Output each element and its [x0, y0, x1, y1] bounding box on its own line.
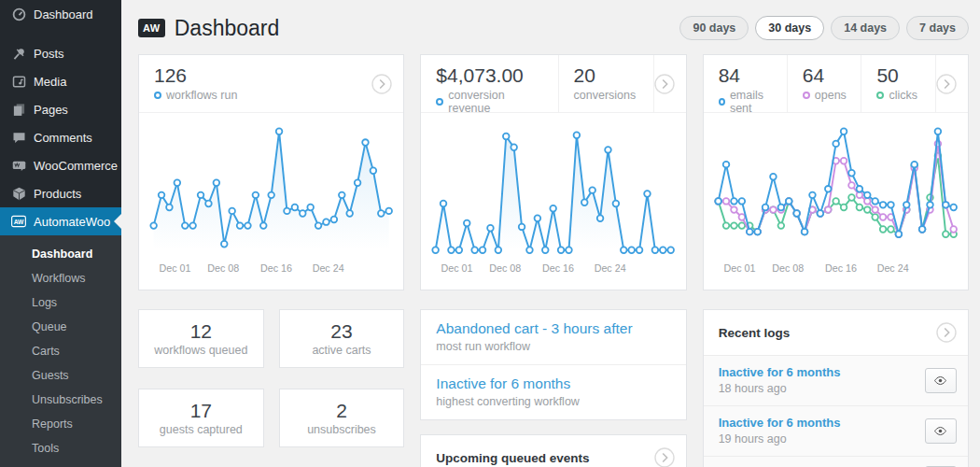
range-button-90-days[interactable]: 90 days [679, 16, 749, 40]
blue-dot-icon [436, 98, 443, 106]
stat-label-text: opens [815, 89, 847, 102]
submenu-item-tools[interactable]: Tools [0, 436, 121, 460]
workflow-highlights-column: Abandoned cart - 3 hours after most run … [420, 309, 686, 467]
stat-value: 64 [803, 64, 852, 87]
card-link[interactable] [371, 55, 403, 112]
products-icon [11, 186, 26, 201]
sidebar-item-label: Pages [34, 103, 68, 117]
submenu-item-logs[interactable]: Logs [0, 290, 121, 315]
sidebar-item-comments[interactable]: Comments [0, 123, 121, 151]
workflow-link[interactable]: Abandoned cart - 3 hours after [436, 320, 670, 337]
log-row: Inactive for 6 months [704, 456, 968, 467]
sidebar-item-woocommerce[interactable]: WooCommerce [0, 151, 121, 179]
svg-text:Dec 01: Dec 01 [441, 262, 473, 274]
page-title: Dashboard [175, 16, 280, 41]
sidebar-item-products[interactable]: Products [0, 179, 121, 207]
stat-label: emails sent [719, 89, 777, 115]
media-icon [11, 74, 26, 89]
card-link[interactable] [936, 55, 968, 112]
email-tracking-chart: Dec 01Dec 08Dec 16Dec 24 [704, 113, 968, 290]
sidebar-item-label: AutomateWoo [34, 215, 110, 229]
stat-label: workflows run [154, 89, 237, 102]
date-range-group: 90 days 30 days 14 days 7 days [679, 16, 969, 40]
log-rows: Inactive for 6 months 18 hours ago Inact… [704, 355, 968, 467]
eye-icon [933, 375, 947, 386]
aw-logo-badge: AW [138, 19, 165, 37]
stat-label: clicks [876, 89, 926, 102]
panel-link[interactable] [654, 447, 675, 467]
submenu-item-guests[interactable]: Guests [0, 363, 121, 388]
view-log-button[interactable] [925, 418, 957, 444]
submenu-item-reports[interactable]: Reports [0, 412, 121, 436]
range-button-7-days[interactable]: 7 days [906, 16, 969, 40]
stat-value: 17 [190, 400, 212, 422]
most-run-workflow-row[interactable]: Abandoned cart - 3 hours after most run … [421, 310, 685, 365]
dashboard-icon [11, 7, 26, 21]
workflow-highlights-panel: Abandoned cart - 3 hours after most run … [420, 309, 686, 420]
recent-logs-panel: Recent logs Inactive for 6 months 18 hou… [703, 309, 969, 467]
stat-box-workflows-queued: 12 workflows queued [138, 309, 264, 368]
card-stat-header: 84 emails sent 64 opens 50 [704, 55, 968, 113]
stat-conversion-revenue: $4,073.00 conversion revenue [421, 55, 558, 112]
panel-link[interactable] [936, 322, 957, 343]
conversions-card: $4,073.00 conversion revenue 20 conversi… [420, 54, 686, 290]
card-stat-header: 126 workflows run [139, 55, 403, 113]
chevron-circle-icon [371, 74, 392, 94]
range-button-14-days[interactable]: 14 days [831, 16, 900, 40]
stat-label: active carts [312, 344, 371, 357]
stat-label: workflows queued [154, 344, 247, 357]
svg-text:Dec 01: Dec 01 [723, 262, 755, 274]
svg-text:Dec 08: Dec 08 [772, 262, 804, 274]
stat-value: $4,073.00 [436, 64, 548, 87]
submenu-item-dashboard[interactable]: Dashboard [0, 242, 121, 266]
chevron-circle-icon [936, 74, 957, 94]
sidebar-item-posts[interactable]: Posts [0, 39, 121, 67]
workflow-subtitle: highest converting workflow [436, 395, 670, 408]
workflow-link[interactable]: Inactive for 6 months [436, 375, 670, 392]
mini-stats-column: 12 workflows queued 23 active carts 17 g… [138, 309, 404, 447]
chart-cards-row: 126 workflows run Dec 01Dec 08Dec 16Dec … [138, 54, 969, 290]
stat-value: 126 [154, 64, 237, 87]
stat-label-text: clicks [889, 89, 917, 102]
stat-workflows-run: 126 workflows run [139, 55, 246, 112]
purple-dot-icon [803, 92, 810, 99]
stat-label: conversions [574, 89, 644, 102]
stat-box-active-carts: 23 active carts [279, 309, 405, 368]
mini-stats-grid: 12 workflows queued 23 active carts 17 g… [138, 309, 404, 447]
submenu-item-carts[interactable]: Carts [0, 339, 121, 363]
automatewoo-icon: AW [11, 214, 26, 229]
log-time: 19 hours ago [719, 432, 841, 446]
workflows-run-card: 126 workflows run Dec 01Dec 08Dec 16Dec … [138, 54, 404, 290]
workflow-subtitle: most run workflow [436, 340, 670, 353]
log-link[interactable]: Inactive for 6 months [719, 416, 841, 430]
view-log-button[interactable] [925, 368, 957, 393]
sidebar-item-media[interactable]: Media [0, 67, 121, 95]
stat-label: conversion revenue [436, 89, 548, 115]
sidebar-item-label: Products [34, 187, 81, 201]
panel-title: Recent logs [719, 326, 791, 340]
log-link[interactable]: Inactive for 6 months [719, 365, 841, 379]
stat-box-guests-captured: 17 guests captured [138, 389, 264, 447]
card-link[interactable] [654, 55, 686, 112]
sidebar-item-dashboard[interactable]: Dashboard [0, 0, 121, 28]
range-button-30-days[interactable]: 30 days [755, 16, 824, 40]
highest-converting-workflow-row[interactable]: Inactive for 6 months highest converting… [421, 365, 685, 419]
stat-label-text: conversion revenue [448, 89, 548, 115]
submenu-item-queue[interactable]: Queue [0, 315, 121, 339]
stat-label-text: conversions [574, 89, 637, 102]
sidebar-item-automatewoo[interactable]: AW AutomateWoo [0, 207, 121, 235]
bottom-row: 12 workflows queued 23 active carts 17 g… [138, 309, 969, 467]
submenu-item-unsubscribes[interactable]: Unsubscribes [0, 388, 121, 412]
svg-text:Dec 16: Dec 16 [825, 262, 857, 274]
log-row: Inactive for 6 months 18 hours ago [704, 355, 968, 405]
log-texts: Inactive for 6 months 18 hours ago [719, 365, 841, 395]
submenu-item-workflows[interactable]: Workflows [0, 266, 121, 290]
stat-conversions: 20 conversions [559, 55, 654, 112]
svg-text:Dec 01: Dec 01 [159, 262, 190, 274]
sidebar-item-pages[interactable]: Pages [0, 95, 121, 123]
svg-text:Dec 24: Dec 24 [595, 262, 626, 274]
submenu-item-settings[interactable]: Settings [0, 460, 121, 467]
page-header: AW Dashboard 90 days 30 days 14 days 7 d… [138, 13, 969, 43]
log-time: 18 hours ago [719, 382, 841, 395]
svg-text:Dec 24: Dec 24 [313, 262, 344, 274]
